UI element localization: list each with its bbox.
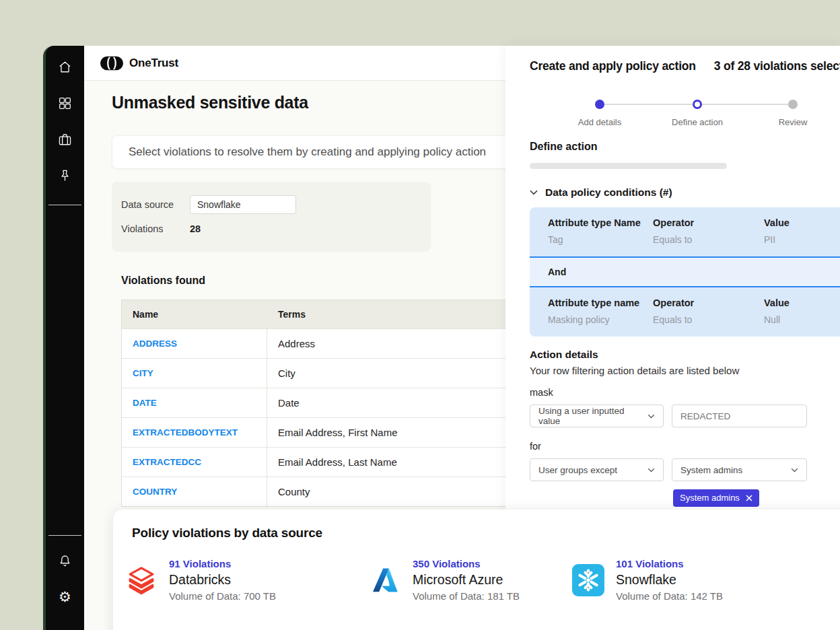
selected-group-tag: System admins xyxy=(673,489,759,507)
sidebar-divider-top xyxy=(48,205,81,205)
onetrust-logo-mark xyxy=(100,56,123,71)
source-volume: Volume of Data: 181 TB xyxy=(413,590,520,602)
source-card-azure[interactable]: 350 Violations Microsoft Azure Volume of… xyxy=(369,558,572,602)
conditions-toggle[interactable]: Data policy conditions (#) xyxy=(530,186,840,199)
conditions-toggle-label: Data policy conditions (#) xyxy=(545,186,672,199)
condition-value: Tag xyxy=(548,234,653,245)
step-dot-add-details[interactable] xyxy=(595,100,604,109)
action-details-subtitle: Your row filtering action details are li… xyxy=(530,365,840,376)
condition-value: Null xyxy=(764,314,840,325)
source-name: Snowflake xyxy=(616,572,723,588)
mask-value-input[interactable] xyxy=(672,405,807,427)
source-violations-link[interactable]: 91 Violations xyxy=(169,558,276,569)
condition-col-header: Attribute type name xyxy=(548,298,653,308)
briefcase-icon[interactable] xyxy=(57,131,74,148)
filter-panel: Data source Violations 28 xyxy=(112,182,431,252)
chevron-down-icon xyxy=(530,190,538,195)
pin-icon[interactable] xyxy=(57,167,74,184)
step-label: Define action xyxy=(672,117,723,127)
user-group-value: System admins xyxy=(680,465,742,475)
apps-grid-icon[interactable] xyxy=(57,94,74,112)
data-source-label: Data source xyxy=(121,199,190,210)
condition-group: Attribute type Name Operator Value Tag E… xyxy=(530,207,840,256)
step-dot-review[interactable] xyxy=(788,100,798,109)
step-label: Review xyxy=(779,117,808,127)
action-details-title: Action details xyxy=(530,349,840,361)
condition-value: PII xyxy=(764,234,840,245)
condition-value: Equals to xyxy=(653,234,764,245)
brand-name: OneTrust xyxy=(129,57,178,70)
data-source-input[interactable] xyxy=(190,195,296,214)
source-volume: Volume of Data: 142 TB xyxy=(616,590,723,602)
policy-violations-title: Policy violations by data source xyxy=(132,526,840,540)
condition-col-header: Operator xyxy=(653,217,764,228)
screen: ⚙ OneTrust Unmasked sensitive data Selec… xyxy=(0,0,840,630)
violations-count: 28 xyxy=(190,223,201,234)
condition-col-header: Attribute type Name xyxy=(548,217,653,228)
selection-count: 3 of 28 violations selected xyxy=(714,59,840,73)
violation-name-link[interactable]: COUNTRY xyxy=(122,477,267,506)
violation-name-link[interactable]: EXTRACTEDCC xyxy=(122,448,267,477)
condition-col-header: Operator xyxy=(653,298,764,308)
chevron-down-icon xyxy=(791,468,798,473)
chevron-down-icon xyxy=(648,414,655,419)
mask-method-select[interactable]: Using a user inputted value xyxy=(530,405,664,427)
close-icon[interactable] xyxy=(746,495,753,501)
policy-violations-card: Policy violations by data source 91 Viol… xyxy=(113,510,840,630)
define-action-heading: Define action xyxy=(530,141,840,153)
mask-method-value: Using a user inputted value xyxy=(538,406,648,426)
stepper-track xyxy=(600,104,693,105)
condition-col-header: Value xyxy=(764,217,840,228)
violations-label: Violations xyxy=(121,223,190,234)
tag-label: System admins xyxy=(680,493,740,503)
gear-icon[interactable]: ⚙ xyxy=(57,588,74,606)
stepper-track xyxy=(697,104,788,105)
condition-group: Attribute type name Operator Value Maski… xyxy=(530,287,840,337)
onetrust-logo[interactable]: OneTrust xyxy=(100,56,178,71)
conditions-box: Attribute type Name Operator Value Tag E… xyxy=(530,207,840,337)
source-card-snowflake[interactable]: 101 Violations Snowflake Volume of Data:… xyxy=(572,558,723,602)
sidebar: ⚙ xyxy=(46,46,84,630)
mask-label: mask xyxy=(530,387,840,398)
step-dot-define-action[interactable] xyxy=(693,100,702,109)
bell-icon[interactable] xyxy=(57,552,74,569)
source-name: Microsoft Azure xyxy=(413,572,520,588)
home-icon[interactable] xyxy=(57,58,74,75)
step-label: Add details xyxy=(578,117,621,127)
user-group-mode-value: User groups except xyxy=(538,465,617,475)
source-violations-link[interactable]: 350 Violations xyxy=(413,558,520,569)
condition-value: Equals to xyxy=(653,314,764,325)
violation-name-link[interactable]: ADDRESS xyxy=(122,329,267,358)
condition-col-header: Value xyxy=(764,298,840,308)
source-volume: Volume of Data: 700 TB xyxy=(169,590,276,602)
user-group-mode-select[interactable]: User groups except xyxy=(530,458,664,481)
for-label: for xyxy=(530,441,840,452)
drawer-title: Create and apply policy action 3 of 28 v… xyxy=(530,59,840,73)
condition-joiner: And xyxy=(530,256,840,287)
column-header-name: Name xyxy=(122,300,267,328)
violation-name-link[interactable]: DATE xyxy=(122,388,267,417)
databricks-logo xyxy=(125,564,158,596)
source-violations-link[interactable]: 101 Violations xyxy=(616,558,723,569)
violation-name-link[interactable]: CITY xyxy=(122,359,267,388)
source-card-databricks[interactable]: 91 Violations Databricks Volume of Data:… xyxy=(125,558,369,602)
drawer-title-text: Create and apply policy action xyxy=(530,59,696,73)
condition-value: Masking policy xyxy=(548,314,653,325)
sidebar-divider-bottom xyxy=(48,535,81,536)
source-name: Databricks xyxy=(169,572,276,588)
progress-bar xyxy=(530,163,727,169)
instruction-text: Select violations to resolve them by cre… xyxy=(129,145,486,159)
azure-logo xyxy=(369,564,401,596)
stepper: Add details Define action Review xyxy=(530,99,840,131)
chevron-down-icon xyxy=(648,468,655,473)
violation-name-link[interactable]: EXTRACTEDBODYTEXT xyxy=(122,418,267,447)
user-group-select[interactable]: System admins xyxy=(672,458,807,481)
snowflake-logo xyxy=(572,564,604,596)
